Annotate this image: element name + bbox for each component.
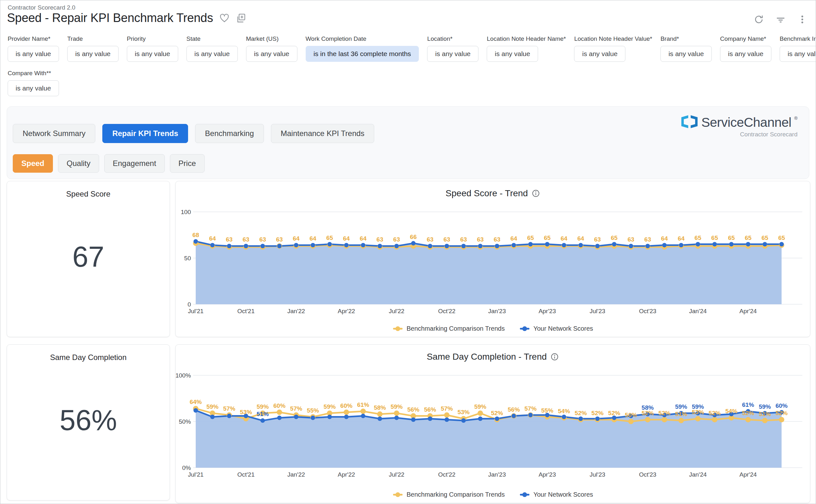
tab-repair-kpi-trends[interactable]: Repair KPI Trends xyxy=(102,124,188,143)
svg-text:59%: 59% xyxy=(759,403,771,410)
svg-text:0: 0 xyxy=(187,301,191,308)
svg-text:59%: 59% xyxy=(206,403,218,410)
svg-text:Apr'24: Apr'24 xyxy=(740,308,757,314)
speed-trend-chart[interactable]: 050100Jul'21Oct'21Jan'22Apr'22Jul'22Oct'… xyxy=(176,200,811,319)
svg-text:65: 65 xyxy=(611,234,618,241)
legend-item-your-network-scores[interactable]: Your Network Scores xyxy=(519,491,593,498)
info-icon[interactable] xyxy=(551,353,559,361)
svg-text:64: 64 xyxy=(577,235,584,242)
kebab-menu-icon[interactable] xyxy=(797,14,807,25)
svg-text:Oct'21: Oct'21 xyxy=(237,471,254,478)
svg-text:63: 63 xyxy=(376,236,383,243)
tab-price[interactable]: Price xyxy=(170,154,205,173)
filter-state: Stateis any value xyxy=(186,35,238,62)
svg-text:Jan'24: Jan'24 xyxy=(689,471,707,478)
svg-text:65: 65 xyxy=(711,234,718,241)
filter-value-box[interactable]: is any value xyxy=(574,46,625,62)
tab-speed[interactable]: Speed xyxy=(13,154,53,173)
legend-label: Benchmarking Comparison Trends xyxy=(406,325,505,332)
svg-text:50%: 50% xyxy=(179,418,191,425)
svg-text:61%: 61% xyxy=(357,401,369,408)
svg-text:65: 65 xyxy=(762,234,769,241)
filter-value-box[interactable]: is any value xyxy=(246,46,297,62)
same-day-trend-chart[interactable]: 0%50%100%Jul'21Oct'21Jan'22Apr'22Jul'22O… xyxy=(176,364,811,482)
same-day-completion-tile: Same Day Completion 56% xyxy=(7,344,170,500)
svg-text:55%: 55% xyxy=(541,407,553,414)
svg-text:52%: 52% xyxy=(591,410,603,416)
filters-row-2: Compare With**is any value xyxy=(8,70,59,96)
speed-score-tile: Speed Score 67 xyxy=(7,181,170,337)
tab-network-summary[interactable]: Network Summary xyxy=(13,124,95,143)
svg-text:64: 64 xyxy=(343,235,350,242)
filter-value-box[interactable]: is any value xyxy=(67,46,119,62)
svg-text:65: 65 xyxy=(326,234,333,241)
filter-benchmark-industry: Benchmark Industry**is any value xyxy=(780,35,816,62)
svg-text:64%: 64% xyxy=(190,399,202,405)
filter-value-box[interactable]: is any value xyxy=(186,46,238,62)
svg-text:63: 63 xyxy=(444,236,450,243)
filter-label: Location* xyxy=(427,35,479,42)
svg-text:63: 63 xyxy=(594,236,601,243)
info-icon[interactable] xyxy=(532,189,540,198)
refresh-icon[interactable] xyxy=(754,14,764,25)
tab-benchmarking[interactable]: Benchmarking xyxy=(195,124,263,143)
svg-text:Oct'21: Oct'21 xyxy=(237,308,254,314)
svg-text:54%: 54% xyxy=(558,408,570,414)
legend-marker xyxy=(519,326,530,331)
filter-market-us: Market (US)is any value xyxy=(246,35,297,62)
svg-text:64: 64 xyxy=(678,235,685,242)
svg-text:100%: 100% xyxy=(176,372,191,379)
svg-text:52%: 52% xyxy=(742,410,754,416)
copy-to-board-icon[interactable] xyxy=(236,13,246,23)
legend-marker xyxy=(392,326,403,331)
svg-text:Oct'23: Oct'23 xyxy=(639,471,656,478)
legend-item-benchmarking-comparison-trends[interactable]: Benchmarking Comparison Trends xyxy=(392,325,505,332)
breadcrumb[interactable]: Contractor Scorecard 2.0 xyxy=(8,4,75,11)
filter-value-box[interactable]: is any value xyxy=(8,46,59,62)
svg-text:57%: 57% xyxy=(441,405,453,412)
favorite-heart-icon[interactable] xyxy=(219,13,229,23)
filter-label: Work Completion Date xyxy=(306,35,419,42)
svg-text:Jan'22: Jan'22 xyxy=(287,308,305,314)
tab-quality[interactable]: Quality xyxy=(58,154,99,173)
filter-value-box[interactable]: is any value xyxy=(427,46,479,62)
svg-text:64: 64 xyxy=(293,235,300,242)
filter-icon[interactable] xyxy=(776,14,786,25)
filter-value-box[interactable]: is any value xyxy=(720,46,771,62)
same-day-trend-card: Same Day Completion - Trend 0%50%100%Jul… xyxy=(175,344,810,503)
tab-engagement[interactable]: Engagement xyxy=(104,154,165,173)
svg-text:57%: 57% xyxy=(223,405,235,412)
filter-value-box[interactable]: is any value xyxy=(127,46,178,62)
svg-text:56%: 56% xyxy=(508,406,520,413)
svg-text:64: 64 xyxy=(360,235,367,242)
filter-value-box[interactable]: is any value xyxy=(487,46,538,62)
svg-text:57%: 57% xyxy=(524,405,537,412)
filter-label: Priority xyxy=(127,35,178,42)
filter-location: Location*is any value xyxy=(427,35,479,62)
filter-value-box[interactable]: is any value xyxy=(780,46,816,62)
svg-text:Jul'22: Jul'22 xyxy=(389,471,404,478)
tab-maintenance-kpi-trends[interactable]: Maintenance KPI Trends xyxy=(271,124,374,143)
legend-item-benchmarking-comparison-trends[interactable]: Benchmarking Comparison Trends xyxy=(392,491,505,498)
svg-text:59%: 59% xyxy=(390,403,402,410)
tab-section: Network SummaryRepair KPI TrendsBenchmar… xyxy=(7,106,809,179)
filter-value-box[interactable]: is any value xyxy=(661,46,712,62)
legend-item-your-network-scores[interactable]: Your Network Scores xyxy=(519,325,593,332)
filter-work-completion-date: Work Completion Dateis in the last 36 co… xyxy=(306,35,419,62)
svg-text:Apr'23: Apr'23 xyxy=(539,471,556,478)
svg-text:60%: 60% xyxy=(273,402,285,409)
svg-text:63: 63 xyxy=(276,236,283,243)
svg-text:Jul'21: Jul'21 xyxy=(188,308,203,314)
filter-value-box[interactable]: is in the last 36 complete months xyxy=(306,46,419,62)
chart-legend: Benchmarking Comparison TrendsYour Netwo… xyxy=(176,325,810,332)
svg-text:59%: 59% xyxy=(692,403,704,410)
servicechannel-logo-icon xyxy=(681,114,698,130)
filters-row-1: Provider Name*is any valueTradeis any va… xyxy=(8,35,816,62)
svg-text:51%: 51% xyxy=(759,411,771,417)
svg-text:59%: 59% xyxy=(474,403,487,410)
legend-marker xyxy=(519,492,530,497)
svg-text:63: 63 xyxy=(259,236,266,243)
svg-text:59%: 59% xyxy=(323,403,336,410)
filter-value-box[interactable]: is any value xyxy=(8,80,59,96)
svg-text:65: 65 xyxy=(544,234,551,241)
